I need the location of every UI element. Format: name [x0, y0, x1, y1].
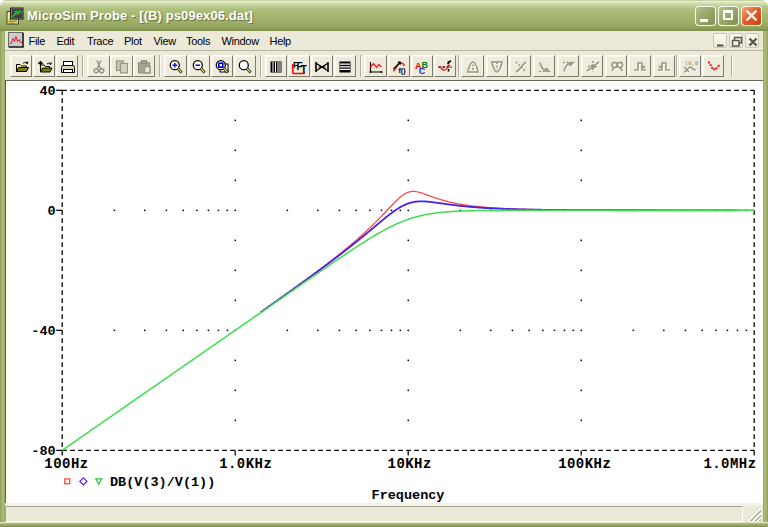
svg-text:0: 0	[47, 204, 55, 219]
svg-text:-40: -40	[31, 324, 55, 339]
svg-text:40: 40	[39, 84, 55, 99]
svg-text:1.0MHz: 1.0MHz	[703, 456, 756, 472]
svg-text:-80: -80	[31, 444, 55, 459]
svg-text:DB(V(3)/V(1)): DB(V(3)/V(1))	[110, 475, 215, 490]
svg-text:100KHz: 100KHz	[558, 456, 611, 472]
svg-text:Frequency: Frequency	[372, 488, 445, 503]
svg-text:1.0KHz: 1.0KHz	[219, 456, 272, 472]
svg-text:10KHz: 10KHz	[388, 456, 432, 472]
